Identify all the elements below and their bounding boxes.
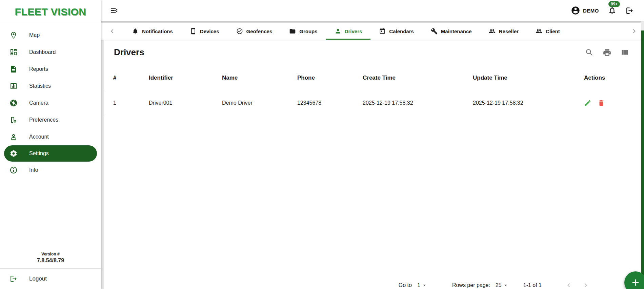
chevron-right-icon xyxy=(582,281,590,289)
sidebar-item-preferences[interactable]: Preferences xyxy=(0,111,101,128)
version-value: 7.8.54/8.79 xyxy=(0,257,101,264)
cell-identifier: Driver001 xyxy=(149,100,222,106)
sidebar-item-logout[interactable]: Logout xyxy=(0,269,101,289)
column-header-name[interactable]: Name xyxy=(222,75,297,81)
sidebar-item-account[interactable]: Account xyxy=(0,128,101,145)
tab-label: Groups xyxy=(299,28,317,34)
tab-groups[interactable]: Groups xyxy=(281,23,326,40)
tab-label: Client xyxy=(546,28,560,34)
column-header-identifier[interactable]: Identifier xyxy=(149,75,222,81)
edit-row-button[interactable] xyxy=(584,99,591,107)
notifications-badge: 99+ xyxy=(608,1,620,7)
notifications-button[interactable]: 99+ xyxy=(608,6,617,15)
tab-label: Maintenance xyxy=(441,28,472,34)
rows-per-page-value: 25 xyxy=(496,282,502,288)
tab-reseller[interactable]: Reseller xyxy=(480,23,527,40)
goto-label: Go to xyxy=(399,282,412,288)
camera-aperture-icon xyxy=(9,99,18,107)
tab-client[interactable]: Client xyxy=(527,23,568,40)
tab-label: Notifications xyxy=(142,28,173,34)
vertical-scrollbar[interactable] xyxy=(641,21,644,289)
columns-icon xyxy=(620,48,629,57)
sidebar-item-settings[interactable]: Settings xyxy=(4,145,97,162)
user-name: DEMO xyxy=(583,8,599,14)
tabs-scroll-left-button[interactable] xyxy=(106,23,119,40)
tabs: Notifications Devices Geofences Groups D… xyxy=(123,23,568,40)
tab-calendars[interactable]: Calendars xyxy=(370,23,422,40)
cell-update-time: 2025-12-19 17:58:32 xyxy=(473,100,584,106)
tab-label: Calendars xyxy=(389,28,414,34)
smartphone-icon xyxy=(190,28,197,35)
card-header: Drivers xyxy=(104,40,641,58)
people-icon xyxy=(489,28,496,35)
goto-page-select[interactable]: 1 xyxy=(417,282,428,289)
tab-maintenance[interactable]: Maintenance xyxy=(422,23,480,40)
rows-per-page-select[interactable]: 25 xyxy=(496,282,509,289)
sidebar-item-map[interactable]: Map xyxy=(0,27,101,44)
logout-button[interactable] xyxy=(625,6,634,15)
delete-row-button[interactable] xyxy=(598,99,605,107)
info-icon xyxy=(9,166,18,174)
sidebar-item-dashboard[interactable]: Dashboard xyxy=(0,44,101,61)
table-header-row: # Identifier Name Phone Create Time Upda… xyxy=(104,66,641,90)
goto-page-value: 1 xyxy=(417,282,420,288)
scrollbar-thumb[interactable] xyxy=(641,30,644,289)
sidebar-item-camera[interactable]: Camera xyxy=(0,95,101,111)
sidebar-item-statistics[interactable]: Statistics xyxy=(0,78,101,95)
user-avatar-icon xyxy=(571,6,580,15)
user-menu[interactable]: DEMO xyxy=(571,6,599,15)
cell-create-time: 2025-12-19 17:58:32 xyxy=(363,100,473,106)
page-title: Drivers xyxy=(114,47,144,58)
tabs-scroll-right-button[interactable] xyxy=(628,23,641,40)
search-button[interactable] xyxy=(585,48,594,57)
column-header-actions: Actions xyxy=(584,75,635,81)
exit-icon xyxy=(625,6,634,15)
sidebar-item-label: Map xyxy=(29,32,40,38)
sidebar-item-label: Dashboard xyxy=(29,49,56,55)
caret-down-icon xyxy=(502,282,509,289)
cell-phone: 12345678 xyxy=(297,100,363,106)
geofence-check-icon xyxy=(236,28,243,35)
tab-devices[interactable]: Devices xyxy=(181,23,228,40)
column-header-create-time[interactable]: Create Time xyxy=(363,75,473,81)
column-header-update-time[interactable]: Update Time xyxy=(473,75,584,81)
print-button[interactable] xyxy=(603,48,611,57)
sidebar-item-label: Info xyxy=(29,167,38,173)
sidebar-item-label: Settings xyxy=(29,150,49,157)
pencil-icon xyxy=(584,99,591,107)
tab-geofences[interactable]: Geofences xyxy=(228,23,281,40)
settings-tabbar: Notifications Devices Geofences Groups D… xyxy=(101,23,644,40)
wrench-icon xyxy=(431,28,438,35)
column-header-phone[interactable]: Phone xyxy=(297,75,363,81)
previous-page-button[interactable] xyxy=(565,281,573,289)
trash-icon xyxy=(598,99,605,107)
version-label: Version # xyxy=(0,252,101,256)
menu-collapse-icon[interactable] xyxy=(110,6,119,15)
person-icon xyxy=(335,28,341,35)
sidebar: FLEET VISION Map Dashboard Reports Stati… xyxy=(0,0,101,289)
next-page-button[interactable] xyxy=(582,281,590,289)
sidebar-item-info[interactable]: Info xyxy=(0,162,101,179)
rows-per-page-label: Rows per page: xyxy=(452,282,490,288)
calendar-icon xyxy=(379,28,386,35)
sidebar-nav: Map Dashboard Reports Statistics Camera … xyxy=(0,24,101,179)
sidebar-footer: Version # 7.8.54/8.79 Logout xyxy=(0,250,101,289)
drivers-card: Drivers # Identifier Name Phon xyxy=(104,40,641,289)
columns-button[interactable] xyxy=(620,48,629,57)
column-header-num[interactable]: # xyxy=(113,75,149,81)
add-driver-button[interactable] xyxy=(624,271,644,289)
topbar: DEMO 99+ xyxy=(101,0,644,21)
table-row: 1 Driver001 Demo Driver 12345678 2025-12… xyxy=(104,90,641,116)
tab-drivers[interactable]: Drivers xyxy=(326,23,371,40)
tab-label: Geofences xyxy=(246,28,273,34)
chevron-left-icon xyxy=(565,281,573,289)
tab-notifications[interactable]: Notifications xyxy=(123,23,181,40)
tab-label: Drivers xyxy=(345,28,362,34)
printer-icon xyxy=(603,48,611,57)
card-tools xyxy=(585,48,629,57)
sidebar-item-reports[interactable]: Reports xyxy=(0,61,101,78)
pagination-range: 1-1 of 1 xyxy=(523,282,542,288)
sidebar-item-label: Preferences xyxy=(29,117,58,123)
main-area: DEMO 99+ Notifications Devices xyxy=(101,0,644,289)
dashboard-icon xyxy=(9,48,18,56)
